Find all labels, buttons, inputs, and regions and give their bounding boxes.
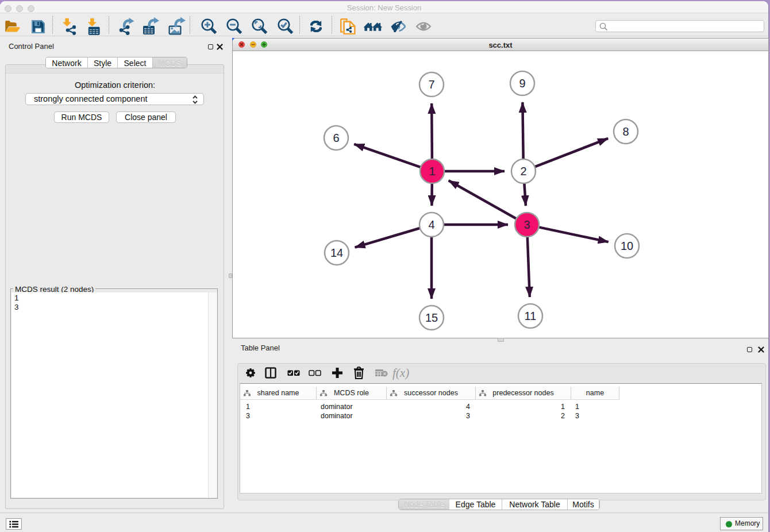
svg-text:7: 7 bbox=[428, 78, 434, 91]
svg-text:3: 3 bbox=[523, 218, 530, 231]
svg-text:14: 14 bbox=[330, 246, 343, 259]
svg-text:10: 10 bbox=[621, 240, 633, 252]
svg-text:1: 1 bbox=[429, 165, 435, 178]
svg-text:8: 8 bbox=[622, 125, 629, 138]
svg-text:2: 2 bbox=[520, 165, 526, 178]
svg-text:4: 4 bbox=[428, 218, 434, 231]
svg-text:11: 11 bbox=[525, 310, 537, 322]
svg-text:9: 9 bbox=[519, 77, 525, 90]
svg-text:6: 6 bbox=[333, 132, 339, 144]
svg-text:15: 15 bbox=[425, 311, 438, 324]
